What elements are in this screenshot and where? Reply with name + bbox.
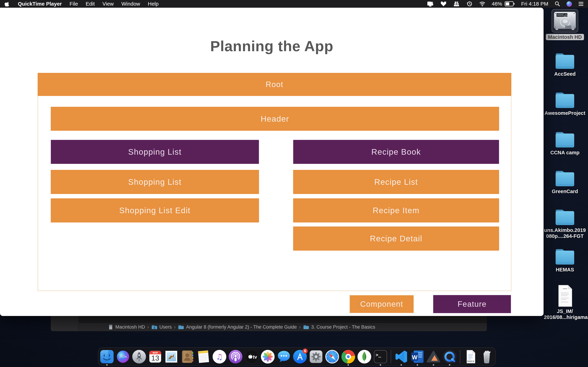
dock-contacts-icon[interactable]	[180, 349, 195, 364]
apple-menu[interactable]	[5, 1, 10, 7]
finder-path-bar: Macintosh HD›Users›Angular 8 (formerly A…	[79, 323, 487, 331]
spotlight-icon[interactable]	[554, 1, 560, 7]
dock-messages-icon[interactable]	[277, 349, 291, 364]
folder-icon	[544, 208, 586, 226]
path-label: 3. Course Project - The Basics	[311, 324, 375, 330]
dock-appletv-icon[interactable]: tv	[244, 349, 259, 364]
desktop-icon-greencard[interactable]: GreenCard	[544, 169, 586, 194]
desktop-icon-hemas[interactable]: HEMAS	[544, 248, 586, 273]
battery-icon[interactable]	[505, 1, 515, 7]
wifi-icon[interactable]	[479, 1, 485, 7]
running-indicator	[347, 364, 349, 366]
dock-word-icon[interactable]: W	[410, 349, 425, 364]
legend-component: Component	[349, 295, 414, 313]
dock-mongodb-icon[interactable]	[357, 349, 372, 364]
desktop-icon-label: GreenCard	[544, 188, 586, 194]
menu-clock[interactable]: Fri 4:18 PM	[521, 1, 548, 7]
folder-icon	[544, 248, 586, 266]
battery-percent: 46%	[492, 1, 502, 7]
desktop-icon-label: AccSeed	[544, 71, 586, 77]
dock-photos-icon[interactable]	[260, 349, 275, 364]
document-icon	[544, 284, 586, 307]
path-chevron: ›	[174, 324, 175, 330]
diagram-box-header: Header	[51, 107, 499, 131]
path-label: Macintosh HD	[115, 324, 145, 330]
running-indicator	[106, 364, 108, 366]
app-store-badge: 6	[303, 349, 308, 354]
path-label: Angular 8 (formerly Angular 2) - The Com…	[186, 324, 297, 330]
menu-view[interactable]: View	[102, 1, 113, 7]
finder-window-bottom: Macintosh HD›Users›Angular 8 (formerly A…	[51, 316, 487, 331]
mini-drive-icon	[108, 324, 113, 330]
diagram-box-recipe-item: Recipe Item	[293, 198, 499, 223]
stacked-drives-icon[interactable]	[453, 1, 460, 7]
diagram-box-recipe-book: Recipe Book	[293, 140, 499, 164]
notification-center-icon[interactable]	[578, 1, 584, 7]
dock-mail-icon[interactable]	[164, 349, 179, 364]
finder-sidebar	[51, 316, 79, 331]
user-folder-mini-icon	[151, 324, 158, 330]
desktop-icon-label: CCNA camp	[544, 150, 586, 156]
desktop-icon-macintosh-hd[interactable]: Macintosh HD	[544, 9, 586, 40]
diagram-box-shopping-list-edit: Shopping List Edit	[51, 198, 259, 223]
path-chevron: ›	[147, 324, 149, 330]
menu-bar: QuickTime Player File Edit View Window H…	[0, 0, 588, 8]
svg-text:tv: tv	[253, 354, 257, 360]
dock-triangle-app-icon[interactable]	[426, 349, 441, 364]
folder-icon	[544, 169, 586, 187]
menu-window[interactable]: Window	[121, 1, 140, 7]
dock-siri-icon[interactable]	[116, 349, 130, 364]
desktop-icon-label: Macintosh HD	[546, 34, 584, 40]
slide-title: Planning the App	[0, 38, 544, 55]
dock-sysprefs-icon[interactable]	[309, 349, 323, 364]
desktop-icon-ccna-camp[interactable]: CCNA camp	[544, 131, 586, 156]
desktop-icon-awesomeproject[interactable]: AwesomeProject	[544, 91, 586, 116]
dock-quicktime-icon[interactable]	[442, 349, 457, 364]
dock-appstore-icon[interactable]: 6	[293, 349, 307, 364]
path-item-4[interactable]: 3. Course Project - The Basics	[303, 324, 375, 330]
desktop-icon-js-im-[interactable]: JS_IM/2016/08...hirigama	[544, 284, 586, 320]
svg-text:>_: >_	[376, 352, 381, 357]
desktop-icon-uns-akimbo-2019[interactable]: uns.Akimbo.2019080p....264-FGT	[544, 208, 586, 239]
dock-chrome-icon[interactable]	[341, 349, 356, 364]
menu-file[interactable]: File	[69, 1, 78, 7]
app-menu-title[interactable]: QuickTime Player	[18, 1, 62, 7]
svg-text:W: W	[412, 354, 417, 360]
folder-icon	[544, 52, 586, 70]
dock-calendar-icon[interactable]: MAR13	[148, 349, 163, 364]
malwarebytes-icon[interactable]	[440, 1, 447, 7]
dock-launchpad-icon[interactable]	[132, 349, 147, 364]
dock-safari-icon[interactable]	[325, 349, 339, 364]
svg-text:MAR: MAR	[153, 352, 158, 354]
path-item-2[interactable]: Users	[151, 324, 172, 330]
time-machine-icon[interactable]	[466, 1, 473, 7]
dock-docx-icon[interactable]: DOCX	[463, 349, 478, 364]
airplay-display-icon[interactable]	[427, 1, 434, 7]
path-item-1[interactable]: Macintosh HD	[108, 324, 145, 330]
dock-vscode-icon[interactable]	[394, 349, 409, 364]
diagram-box-shopping-list: Shopping List	[51, 170, 259, 194]
menu-edit[interactable]: Edit	[86, 1, 95, 7]
desktop-icon-accseed[interactable]: AccSeed	[544, 52, 586, 77]
siri-icon[interactable]	[566, 1, 572, 7]
menu-help[interactable]: Help	[148, 1, 159, 7]
running-indicator	[433, 364, 434, 366]
dock-trash-icon[interactable]	[479, 349, 494, 364]
folder-mini-icon	[178, 324, 184, 330]
svg-text:♫: ♫	[216, 352, 223, 361]
desktop-icon-label: JS_IM/2016/08...hirigama	[544, 308, 586, 320]
diagram-box-shopping-list-feature: Shopping List	[51, 140, 259, 164]
dock-itunes-icon[interactable]: ♫	[212, 349, 227, 364]
dock-finder-icon[interactable]	[100, 349, 114, 364]
svg-text:13: 13	[151, 354, 159, 362]
folder-icon	[544, 91, 586, 109]
dock-notes-icon[interactable]	[196, 349, 211, 364]
folder-icon	[544, 131, 586, 149]
path-item-3[interactable]: Angular 8 (formerly Angular 2) - The Com…	[178, 324, 297, 330]
dock-podcasts-icon[interactable]	[228, 349, 243, 364]
desktop-icon-label: HEMAS	[544, 267, 586, 273]
folder-mini-icon	[303, 324, 309, 330]
running-indicator	[417, 364, 418, 366]
dock-terminal-icon[interactable]: >_	[373, 349, 388, 364]
dock-separator	[391, 350, 391, 363]
